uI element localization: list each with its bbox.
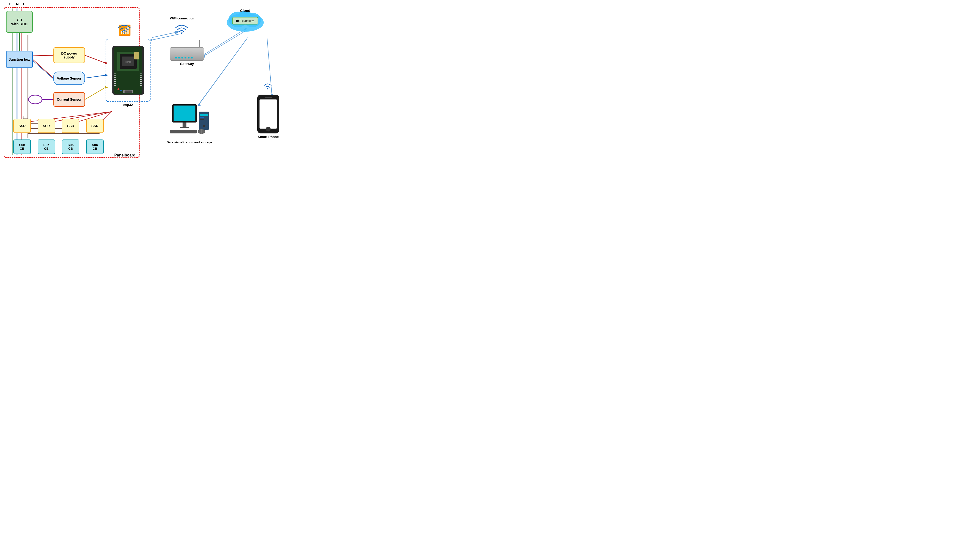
voltage-sensor: Voltage Sensor xyxy=(54,72,85,85)
svg-rect-64 xyxy=(140,77,142,78)
iot-platform-label: IoT platform xyxy=(236,19,254,23)
gateway-antenna xyxy=(199,40,200,47)
svg-rect-70 xyxy=(124,91,132,93)
svg-text:ESP32: ESP32 xyxy=(126,61,131,63)
gateway-device: Gateway xyxy=(170,47,204,61)
svg-rect-84 xyxy=(200,119,204,120)
subcb-box-3: SubCB xyxy=(62,140,79,154)
svg-rect-83 xyxy=(200,117,204,118)
svg-point-71 xyxy=(118,88,119,90)
gateway-light-4 xyxy=(185,57,186,59)
gateway-light-2 xyxy=(178,57,180,59)
smartphone-label: Smart Phone xyxy=(258,135,279,139)
svg-rect-68 xyxy=(140,85,142,86)
cloud-label: Cloud xyxy=(240,8,250,13)
svg-rect-61 xyxy=(114,85,116,86)
svg-rect-56 xyxy=(114,75,116,76)
svg-rect-60 xyxy=(114,83,116,84)
datavis-svg xyxy=(168,102,211,138)
svg-rect-63 xyxy=(140,75,142,76)
subcb-container: SubCB SubCB SubCB SubCB xyxy=(13,140,104,154)
wifi-connection-label: WiFi connection xyxy=(170,16,194,20)
svg-rect-82 xyxy=(200,114,208,116)
current-sensor-label: Current Sensor xyxy=(57,98,82,101)
esp32-chip: ESP32 xyxy=(113,46,144,94)
phone-speaker xyxy=(265,97,272,98)
svg-rect-65 xyxy=(140,79,142,80)
wire-label-e: E xyxy=(9,2,11,6)
svg-rect-55 xyxy=(114,73,116,74)
cb-box: CBwith RCD xyxy=(6,11,33,33)
svg-rect-62 xyxy=(140,73,142,74)
voltage-sensor-label: Voltage Sensor xyxy=(57,77,82,80)
datavis-container: Data visualization and storage xyxy=(168,102,211,139)
gateway-light-6 xyxy=(191,57,193,59)
svg-line-43 xyxy=(199,37,248,104)
ssr-box-1: SSR xyxy=(13,119,31,133)
svg-rect-67 xyxy=(140,83,142,84)
subcb-box-4: SubCB xyxy=(86,140,104,154)
svg-rect-78 xyxy=(173,106,195,121)
svg-rect-79 xyxy=(183,122,186,127)
datavis-label: Data visualization and storage xyxy=(167,140,212,144)
gateway-light-3 xyxy=(181,57,183,59)
gateway-light-1 xyxy=(175,57,177,59)
ssr-container: SSR SSR SSR SSR xyxy=(13,119,104,133)
iot-platform-box: IoT platform xyxy=(232,17,258,24)
current-sensor: Current Sensor xyxy=(54,92,85,107)
svg-rect-57 xyxy=(114,77,116,78)
panelboard-label: Panelboard xyxy=(113,153,136,158)
subcb-box-1: SubCB xyxy=(13,140,31,154)
junction-box: Junction box xyxy=(6,51,33,68)
svg-rect-86 xyxy=(170,130,197,134)
ssr-box-4: SSR xyxy=(86,119,104,133)
cb-label: CBwith RCD xyxy=(11,18,28,26)
phone-body xyxy=(257,94,279,134)
wire-label-l: L xyxy=(23,2,25,6)
esp32-label: esp32 xyxy=(123,103,133,107)
svg-rect-59 xyxy=(114,81,116,82)
svg-point-72 xyxy=(120,90,122,91)
svg-line-47 xyxy=(198,38,247,106)
svg-point-85 xyxy=(203,125,205,127)
svg-rect-80 xyxy=(180,127,189,128)
dc-power-supply: DC powersupply xyxy=(54,47,85,63)
gateway-lights xyxy=(175,57,193,59)
ssr-box-3: SSR xyxy=(62,119,79,133)
subcb-box-2: SubCB xyxy=(38,140,55,154)
wire-label-n: N xyxy=(16,2,19,6)
cloud-container: Cloud IoT platform xyxy=(219,6,272,37)
wifi-gateway-svg xyxy=(174,22,189,36)
gateway-container: Gateway xyxy=(170,47,204,61)
wire-labels: E N L xyxy=(9,2,25,6)
esp32-container: ESP32 xyxy=(106,39,150,102)
dc-supply-label: DC powersupply xyxy=(61,51,77,59)
smartphone-container: Smart Phone xyxy=(257,94,279,134)
diagram-container: E N L Panelboard CBwith RCD Junction box… xyxy=(0,0,291,165)
junction-box-label: Junction box xyxy=(9,57,30,61)
ssr-box-2: SSR xyxy=(38,119,55,133)
svg-rect-54 xyxy=(134,52,139,59)
gateway-light-5 xyxy=(188,57,189,59)
phone-home-button xyxy=(266,127,271,132)
wifi-esp32-svg xyxy=(117,22,132,36)
gateway-label: Gateway xyxy=(180,62,194,66)
wifi-phone-svg xyxy=(261,79,274,91)
svg-rect-66 xyxy=(140,81,142,82)
phone-screen xyxy=(260,99,277,129)
svg-rect-58 xyxy=(114,79,116,80)
